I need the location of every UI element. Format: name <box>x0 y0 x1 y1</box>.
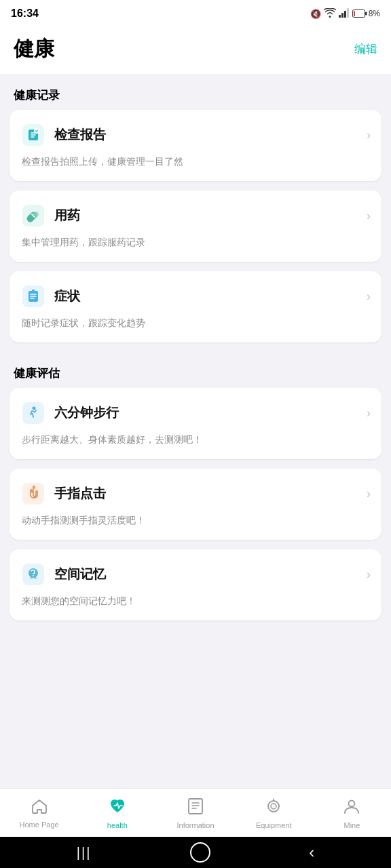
bottom-nav: Home Page health Information <box>0 788 391 837</box>
card-memory-chevron: › <box>367 568 371 582</box>
home-nav-icon <box>31 798 48 818</box>
wifi-icon <box>324 8 336 20</box>
card-walk-desc: 步行距离越大、身体素质越好，去测测吧！ <box>20 433 371 447</box>
recent-apps-button[interactable]: ||| <box>77 845 92 861</box>
mute-icon: 🔇 <box>310 9 321 19</box>
symptom-icon <box>20 283 46 309</box>
card-medicine[interactable]: 用药 › 集中管理用药，跟踪服药记录 <box>10 191 381 262</box>
nav-label-mine: Mine <box>343 821 360 829</box>
svg-rect-13 <box>32 290 35 292</box>
card-report[interactable]: 检查报告 › 检查报告拍照上传，健康管理一目了然 <box>10 110 381 181</box>
page-title: 健康 <box>14 35 54 63</box>
home-indicator: ||| ‹ <box>0 837 391 868</box>
card-finger-desc: 动动手指测测手指灵活度吧！ <box>20 513 371 528</box>
section-label-assessment: 健康评估 <box>0 352 391 388</box>
battery-text: 8% <box>369 9 380 18</box>
card-walk-title: 六分钟步行 <box>54 404 119 422</box>
svg-rect-3 <box>347 8 349 18</box>
nav-item-mine[interactable]: Mine <box>313 797 391 829</box>
svg-rect-6 <box>365 12 367 16</box>
mine-nav-icon <box>343 797 360 819</box>
card-medicine-title: 用药 <box>54 207 80 224</box>
status-icons: 🔇 8% <box>310 8 380 20</box>
card-walk-chevron: › <box>367 406 371 420</box>
information-nav-icon <box>187 797 204 819</box>
finger-icon <box>20 481 46 507</box>
signal-icon <box>339 8 350 20</box>
card-medicine-desc: 集中管理用药，跟踪服药记录 <box>20 235 371 250</box>
nav-label-home: Home Page <box>20 821 59 829</box>
card-report-desc: 检查报告拍照上传，健康管理一目了然 <box>20 155 371 169</box>
card-walk-header: 六分钟步行 › <box>20 400 371 426</box>
card-memory-title: 空间记忆 <box>54 566 106 583</box>
edit-button[interactable]: 编辑 <box>354 41 377 57</box>
nav-item-health[interactable]: health <box>78 797 156 829</box>
svg-point-10 <box>33 212 39 217</box>
section-label-records: 健康记录 <box>0 74 391 110</box>
svg-point-21 <box>268 801 279 812</box>
svg-rect-1 <box>341 13 343 18</box>
card-memory-header: 空间记忆 › <box>20 561 371 587</box>
card-finger-chevron: › <box>367 487 371 501</box>
nav-label-equipment: Equipment <box>256 821 292 829</box>
card-symptom-chevron: › <box>367 290 371 304</box>
nav-item-home[interactable]: Home Page <box>0 798 78 829</box>
memory-icon <box>20 561 46 587</box>
svg-rect-2 <box>344 11 346 18</box>
svg-point-19 <box>33 575 34 576</box>
nav-label-information: Information <box>176 821 214 829</box>
nav-item-equipment[interactable]: Equipment <box>235 797 313 829</box>
svg-rect-14 <box>22 402 44 424</box>
card-memory[interactable]: 空间记忆 › 来测测您的空间记忆力吧！ <box>10 549 381 620</box>
svg-point-22 <box>271 804 276 809</box>
medicine-icon <box>20 203 46 229</box>
card-memory-desc: 来测测您的空间记忆力吧！ <box>20 594 371 608</box>
scroll-content: 健康记录 检查报告 › 检查报告拍照上传，健康管理一目了然 <box>0 74 391 788</box>
card-finger-title: 手指点击 <box>54 485 106 502</box>
card-symptom[interactable]: 症状 › 随时记录症状，跟踪变化趋势 <box>10 271 381 342</box>
card-medicine-chevron: › <box>367 209 371 223</box>
status-time: 16:34 <box>11 7 39 20</box>
card-walk[interactable]: 六分钟步行 › 步行距离越大、身体素质越好，去测测吧！ <box>10 388 381 459</box>
card-symptom-title: 症状 <box>54 288 80 305</box>
card-medicine-header: 用药 › <box>20 203 371 229</box>
walk-icon <box>20 400 46 426</box>
health-nav-icon <box>108 797 127 819</box>
card-symptom-desc: 随时记录症状，跟踪变化趋势 <box>20 316 371 330</box>
back-button[interactable]: ‹ <box>309 843 314 862</box>
battery-icon: 8% <box>352 9 380 18</box>
card-finger-header: 手指点击 › <box>20 481 371 507</box>
svg-rect-0 <box>339 15 341 18</box>
svg-rect-20 <box>189 799 202 814</box>
equipment-nav-icon <box>265 797 282 819</box>
page-header: 健康 编辑 <box>0 27 391 74</box>
home-button[interactable] <box>190 842 210 863</box>
card-report-chevron: › <box>367 128 371 142</box>
nav-label-health: health <box>107 821 128 829</box>
card-report-header: 检查报告 › <box>20 122 371 148</box>
card-report-title: 检查报告 <box>54 126 106 144</box>
svg-rect-5 <box>354 11 355 16</box>
card-symptom-header: 症状 › <box>20 283 371 309</box>
svg-point-15 <box>33 407 36 410</box>
nav-item-information[interactable]: Information <box>156 797 234 829</box>
card-finger[interactable]: 手指点击 › 动动手指测测手指灵活度吧！ <box>10 469 381 540</box>
status-bar: 16:34 🔇 8% <box>0 0 391 27</box>
svg-point-24 <box>349 801 355 807</box>
report-icon <box>20 122 46 148</box>
